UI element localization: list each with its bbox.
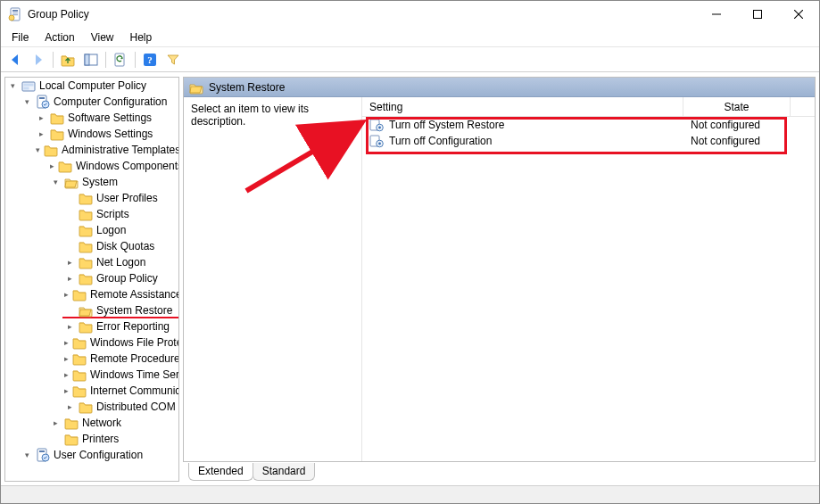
chevron-right-icon[interactable]: ▸ bbox=[64, 337, 69, 348]
tree-pane[interactable]: ▾ Local Computer Policy ▾ Computer Confi… bbox=[4, 77, 179, 482]
svg-rect-16 bbox=[754, 11, 762, 19]
chevron-right-icon[interactable]: ▸ bbox=[36, 128, 46, 139]
folder-icon bbox=[72, 287, 87, 302]
tree-administrative-templates[interactable]: ▾ Administrative Templates ▸ bbox=[34, 142, 178, 447]
tree-windows-components[interactable]: ▸ Windows Components bbox=[48, 158, 178, 174]
chevron-right-icon[interactable]: ▸ bbox=[64, 385, 69, 396]
tree-system-child[interactable]: System Restore bbox=[62, 302, 178, 318]
content: ▾ Local Computer Policy ▾ Computer Confi… bbox=[1, 72, 819, 485]
list-row[interactable]: Turn off ConfigurationNot configured bbox=[362, 133, 815, 149]
tree-system-child[interactable]: ▸Error Reporting bbox=[62, 318, 178, 335]
tree-system-child[interactable]: Logon bbox=[62, 222, 178, 238]
cell-state: Not configured bbox=[683, 119, 791, 131]
tree-system-child[interactable]: ▸Windows File Protection bbox=[62, 335, 178, 351]
tree-system-child[interactable]: Scripts bbox=[62, 206, 178, 222]
tree-user-configuration[interactable]: ▾ User Configuration bbox=[20, 447, 178, 463]
menu-help[interactable]: Help bbox=[123, 29, 160, 45]
maximize-button[interactable] bbox=[737, 1, 778, 28]
tree-system-child[interactable]: ▸Group Policy bbox=[62, 270, 178, 286]
tree-item-label: Internet Communication Management bbox=[90, 384, 179, 397]
folder-icon bbox=[64, 416, 79, 430]
folder-icon bbox=[79, 207, 93, 221]
tree-software-settings[interactable]: ▸ Software Settings bbox=[34, 110, 178, 126]
tree-item-label: Windows File Protection bbox=[90, 336, 179, 349]
chevron-down-icon[interactable]: ▾ bbox=[50, 177, 61, 187]
tree-root[interactable]: ▾ Local Computer Policy ▾ Computer Confi… bbox=[5, 78, 178, 463]
folder-icon bbox=[72, 368, 87, 382]
refresh-button[interactable] bbox=[110, 50, 131, 70]
list-header[interactable]: Setting State bbox=[362, 97, 815, 117]
menu-view[interactable]: View bbox=[84, 29, 121, 45]
minimize-button[interactable] bbox=[696, 1, 737, 28]
chevron-right-icon[interactable]: ▸ bbox=[50, 161, 54, 171]
setting-icon bbox=[369, 118, 384, 132]
tree-printers[interactable]: Printers bbox=[48, 431, 178, 447]
column-setting[interactable]: Setting bbox=[362, 97, 683, 116]
chevron-down-icon[interactable]: ▾ bbox=[21, 450, 32, 460]
folder-icon bbox=[79, 223, 93, 237]
folder-open-icon bbox=[79, 303, 93, 318]
description-prompt: Select an item to view its description. bbox=[191, 103, 309, 128]
window-title: Group Policy bbox=[28, 8, 89, 21]
show-hide-tree-button[interactable] bbox=[80, 50, 102, 70]
tree-system-child[interactable]: ▸Remote Assistance bbox=[62, 286, 178, 302]
tree-system-child[interactable]: ▸Net Logon bbox=[62, 254, 178, 270]
chevron-right-icon[interactable]: ▸ bbox=[50, 417, 61, 428]
help-button[interactable] bbox=[139, 50, 161, 70]
close-button[interactable] bbox=[778, 1, 819, 28]
folder-icon bbox=[79, 271, 93, 285]
tree-item-label: Remote Procedure Call bbox=[90, 352, 179, 365]
tab-extended[interactable]: Extended bbox=[188, 463, 253, 481]
folder-icon bbox=[36, 95, 50, 109]
tree-system[interactable]: ▾ System User ProfilesScriptsLogonDisk Q… bbox=[48, 174, 178, 415]
tab-standard[interactable]: Standard bbox=[253, 463, 316, 481]
up-one-level-button[interactable] bbox=[57, 50, 79, 70]
tree-system-child[interactable]: ▸Windows Time Service bbox=[62, 367, 178, 383]
menu-file[interactable]: File bbox=[4, 29, 36, 45]
tree-item-label: Remote Assistance bbox=[90, 288, 179, 301]
chevron-right-icon[interactable]: ▸ bbox=[64, 289, 69, 300]
menu-action[interactable]: Action bbox=[37, 29, 81, 45]
window-controls bbox=[696, 1, 819, 28]
chevron-right-icon[interactable]: ▸ bbox=[64, 369, 69, 380]
folder-icon bbox=[64, 432, 79, 446]
policy-root-icon bbox=[21, 78, 36, 93]
folder-icon bbox=[72, 335, 87, 350]
tree-item-label: User Profiles bbox=[96, 192, 158, 204]
folder-icon bbox=[44, 143, 58, 157]
folder-open-icon bbox=[189, 80, 203, 95]
description-column: Select an item to view its description. bbox=[184, 97, 362, 461]
tree-item-label: Net Logon bbox=[96, 256, 145, 269]
tree-system-child[interactable]: ▸Remote Procedure Call bbox=[62, 351, 178, 367]
tree-system-child[interactable]: Disk Quotas bbox=[62, 238, 178, 254]
folder-icon bbox=[79, 319, 93, 334]
chevron-down-icon[interactable]: ▾ bbox=[21, 96, 32, 107]
back-button[interactable] bbox=[4, 50, 26, 70]
chevron-right-icon[interactable]: ▸ bbox=[64, 321, 75, 332]
tree-system-child[interactable]: ▸Internet Communication Management bbox=[62, 383, 178, 399]
forward-button[interactable] bbox=[28, 50, 49, 70]
chevron-down-icon[interactable]: ▾ bbox=[36, 145, 40, 155]
column-state[interactable]: State bbox=[683, 97, 791, 116]
tree-network[interactable]: ▸ Network bbox=[48, 415, 178, 431]
tree-item-label: Logon bbox=[96, 224, 126, 236]
chevron-right-icon[interactable]: ▸ bbox=[64, 257, 75, 268]
chevron-right-icon[interactable]: ▸ bbox=[64, 273, 75, 284]
detail-header: System Restore bbox=[184, 78, 815, 97]
chevron-right-icon[interactable]: ▸ bbox=[64, 401, 75, 412]
toolbar bbox=[1, 47, 819, 72]
chevron-right-icon[interactable]: ▸ bbox=[36, 112, 46, 123]
list-row[interactable]: Turn off System RestoreNot configured bbox=[362, 117, 815, 133]
folder-icon bbox=[79, 400, 93, 414]
titlebar: Group Policy bbox=[1, 1, 819, 28]
chevron-right-icon[interactable]: ▸ bbox=[64, 353, 69, 364]
filter-button[interactable] bbox=[162, 50, 184, 70]
tree-system-child[interactable]: ▸Distributed COM bbox=[62, 399, 178, 415]
chevron-down-icon[interactable]: ▾ bbox=[7, 80, 18, 91]
tree-item-label: Scripts bbox=[96, 208, 129, 220]
tree-windows-settings[interactable]: ▸ Windows Settings bbox=[34, 126, 178, 142]
tree-computer-configuration[interactable]: ▾ Computer Configuration ▸ Software Sett bbox=[20, 94, 178, 447]
tree-system-child[interactable]: User Profiles bbox=[62, 190, 178, 206]
list-rows[interactable]: Turn off System RestoreNot configuredTur… bbox=[362, 117, 815, 461]
folder-icon bbox=[36, 448, 50, 462]
